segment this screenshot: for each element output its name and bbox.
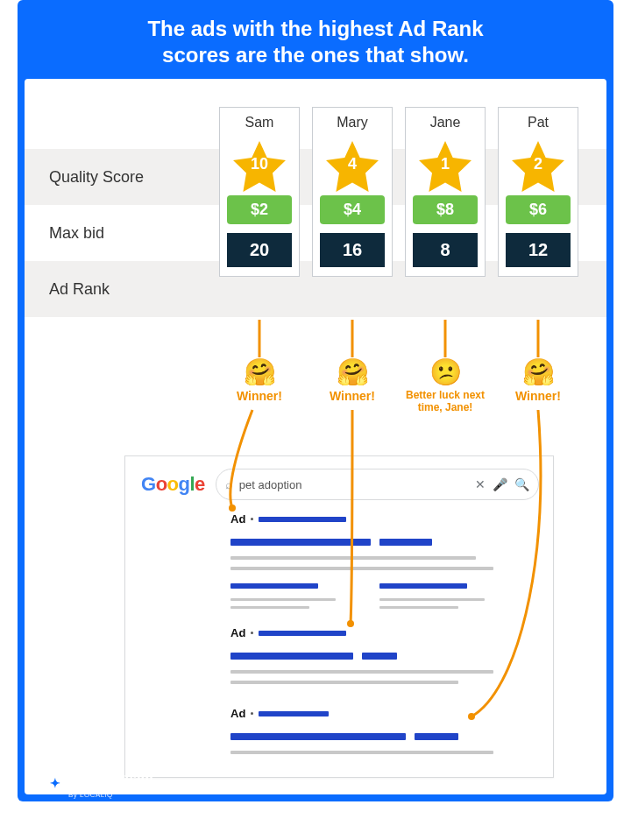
hugging-face-icon: 🤗: [312, 359, 393, 385]
hugging-face-icon: 🤗: [219, 359, 300, 385]
clear-icon: ✕: [475, 477, 486, 491]
image-root: The ads with the highest Ad Rank scores …: [0, 0, 631, 840]
star-icon: 1: [414, 136, 477, 188]
ad-label: Ad: [230, 626, 245, 639]
outcome-mary: 🤗 Winner!: [312, 359, 393, 414]
serp-mock: Google ⌕ pet adoption ✕ 🎤 🔍 Ad: [124, 455, 554, 778]
row-labels: Quality Score Max bid Ad Rank: [25, 149, 219, 317]
label-ad-rank: Ad Rank: [25, 261, 219, 317]
hugging-face-icon: 🤗: [498, 359, 578, 385]
search-query: pet adoption: [239, 478, 468, 491]
mic-icon: 🎤: [493, 477, 507, 491]
search-icon: ⌕: [225, 477, 232, 491]
quality-jane: 1: [441, 155, 450, 173]
ad-label: Ad: [230, 707, 245, 720]
rank-mary: 16: [320, 233, 385, 267]
search-submit-icon: 🔍: [514, 477, 529, 491]
star-icon: 2: [507, 136, 570, 188]
quality-mary: 4: [348, 155, 357, 173]
headline-line2: scores are the ones that show.: [162, 43, 469, 67]
google-logo: Google: [141, 473, 205, 496]
bid-jane: $8: [413, 195, 478, 224]
wordstream-logo-icon: ✦: [46, 773, 65, 793]
outcome-text-pat: Winner!: [498, 389, 578, 404]
name-jane: Jane: [411, 115, 479, 131]
name-pat: Pat: [504, 115, 572, 131]
outcome-text-sam: Winner!: [219, 389, 300, 404]
confused-face-icon: 😕: [405, 359, 486, 385]
label-max-bid: Max bid: [25, 205, 219, 261]
ad-label: Ad: [230, 512, 245, 526]
outcome-pat: 🤗 Winner!: [498, 359, 578, 414]
rank-pat: 12: [506, 233, 571, 267]
col-sam: Sam 10 $2 20: [219, 107, 300, 277]
ad-result-3: Ad: [125, 703, 553, 765]
outcome-text-jane: Better luck next time, Jane!: [405, 389, 486, 414]
ad-result-2: Ad: [125, 623, 553, 695]
bid-pat: $6: [506, 195, 571, 224]
quality-pat: 2: [534, 155, 542, 173]
col-pat: Pat 2 $6 12: [498, 107, 578, 277]
col-mary: Mary 4 $4 16: [312, 107, 393, 277]
name-mary: Mary: [318, 115, 386, 131]
bid-mary: $4: [320, 195, 385, 224]
star-icon: 10: [228, 136, 291, 188]
star-icon: 4: [321, 136, 384, 188]
content-panel: Quality Score Max bid Ad Rank Sam 10 $2 …: [25, 79, 606, 794]
serp-header: Google ⌕ pet adoption ✕ 🎤 🔍: [125, 456, 553, 509]
outcome-sam: 🤗 Winner!: [219, 359, 300, 414]
outcome-text-mary: Winner!: [312, 389, 393, 404]
footer: ✦ WordStream By LOCALiQ: [35, 771, 631, 794]
name-sam: Sam: [225, 115, 294, 131]
brand-name: WordStream: [70, 771, 153, 786]
headline-line1: The ads with the highest Ad Rank: [147, 17, 483, 40]
col-jane: Jane 1 $8 8: [405, 107, 486, 277]
brand-byline: By LOCALiQ: [68, 791, 153, 799]
infographic-card: The ads with the highest Ad Rank scores …: [18, 0, 613, 801]
rank-jane: 8: [413, 233, 478, 267]
outcome-jane: 😕 Better luck next time, Jane!: [405, 359, 486, 414]
outcome-row: 🤗 Winner! 🤗 Winner! 😕 Better luck next t…: [219, 359, 578, 414]
rank-sam: 20: [227, 233, 292, 267]
headline: The ads with the highest Ad Rank scores …: [18, 0, 613, 68]
ad-result-1: Ad: [125, 509, 553, 618]
label-quality-score: Quality Score: [25, 149, 219, 205]
advertiser-columns: Sam 10 $2 20 Mary 4: [219, 107, 578, 277]
search-bar: ⌕ pet adoption ✕ 🎤 🔍: [216, 469, 539, 500]
quality-sam: 10: [251, 155, 268, 173]
bid-sam: $2: [227, 195, 292, 224]
